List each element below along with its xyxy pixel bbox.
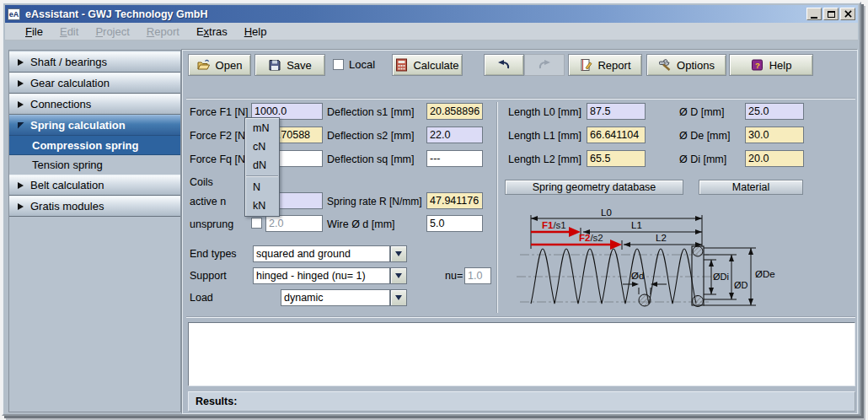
unit-dropdown-menu: mN cN dN N kN [244, 117, 280, 217]
dia-d-field[interactable] [745, 103, 804, 120]
end-types-combo[interactable]: squared and ground [253, 245, 390, 262]
local-checkbox-label: Local [349, 58, 375, 71]
menu-extras[interactable]: Extras [188, 24, 236, 40]
spring-rate-field[interactable] [426, 192, 483, 209]
collapsed-arrow-icon [18, 182, 24, 189]
report-button-label: Report [597, 59, 630, 72]
sidebar-item-label: Shaft / bearings [30, 56, 107, 68]
sidebar-item-gear-calculation[interactable]: Gear calculation [9, 73, 180, 94]
length-l0-label: Length L0 [mm] [508, 106, 581, 118]
dia-de-field[interactable] [745, 127, 804, 143]
sidebar-item-label: Connections [30, 98, 91, 110]
deflection-s2-field[interactable] [426, 127, 483, 143]
load-combo[interactable]: dynamic [281, 289, 390, 306]
load-combo-button[interactable] [390, 289, 407, 306]
expanded-arrow-icon [18, 122, 24, 129]
menu-file[interactable]: File [17, 24, 51, 40]
unsprung-label: unsprung [190, 218, 233, 230]
spring-diagram: L0 F1/s1 L1 F2/s2 L2 Ød ØDi ØD [505, 207, 815, 311]
menubar: File Edit Project Report Extras Help [5, 23, 858, 40]
app-window: eA eAssistant - GWJ Technology GmbH File… [2, 2, 861, 416]
help-book-icon: ? [751, 58, 764, 72]
dia-di-field[interactable] [745, 150, 804, 167]
sidebar-item-spring-calculation[interactable]: Spring calculation [9, 115, 180, 136]
spring-geometry-database-button[interactable]: Spring geometry database [505, 180, 683, 195]
sidebar-item-connections[interactable]: Connections [9, 94, 180, 115]
force-fq-label: Force Fq [N] [190, 153, 248, 165]
chevron-down-icon [395, 273, 402, 278]
calculator-icon [395, 58, 408, 72]
local-checkbox[interactable] [333, 59, 344, 70]
svg-text:F2/s2: F2/s2 [579, 233, 603, 243]
deflection-s2-label: Deflection s2 [mm] [327, 130, 415, 142]
titlebar[interactable]: eA eAssistant - GWJ Technology GmbH [5, 5, 858, 23]
options-button[interactable]: Options [646, 54, 726, 76]
sidebar-item-compression-spring[interactable]: Compression spring [9, 136, 180, 155]
svg-text:L1: L1 [631, 220, 642, 230]
chevron-down-icon [395, 251, 402, 256]
dia-d-label: Ø D [mm] [679, 106, 724, 118]
menu-edit: Edit [51, 24, 87, 40]
load-label: Load [190, 292, 213, 304]
unit-menu-item-mn[interactable]: mN [246, 119, 278, 137]
sidebar-item-shaft-bearings[interactable]: Shaft / bearings [9, 51, 180, 73]
deflection-s1-label: Deflection s1 [mm] [327, 106, 415, 118]
material-button[interactable]: Material [699, 180, 803, 195]
content-panel: Open Save Local Calculate [182, 50, 858, 414]
undo-icon [496, 59, 512, 71]
save-floppy-icon [268, 58, 281, 72]
wire-d-field[interactable] [426, 215, 483, 232]
sidebar-item-tension-spring[interactable]: Tension spring [9, 155, 180, 175]
sidebar-item-label: Gratis modules [30, 200, 104, 213]
menu-report: Report [138, 24, 188, 40]
unit-menu-item-kn[interactable]: kN [246, 197, 278, 215]
save-button-label: Save [287, 59, 312, 72]
svg-text:L2: L2 [656, 233, 667, 243]
svg-text:ØDe: ØDe [755, 269, 775, 279]
wire-d-label: Wire Ø d [mm] [327, 218, 395, 230]
unsprung-field[interactable] [265, 215, 323, 232]
report-document-icon [579, 58, 592, 72]
force-f2-label: Force F2 [N] [190, 130, 248, 142]
app-icon: eA [8, 8, 20, 20]
end-types-combo-button[interactable] [390, 245, 407, 262]
options-button-label: Options [677, 59, 715, 72]
report-button[interactable]: Report [568, 54, 642, 76]
length-l0-field[interactable] [587, 103, 646, 120]
sidebar-item-gratis-modules[interactable]: Gratis modules [9, 196, 180, 217]
unit-menu-item-n[interactable]: N [246, 178, 278, 197]
collapsed-arrow-icon [18, 101, 24, 108]
unsprung-checkbox[interactable] [251, 218, 262, 229]
sidebar: Shaft / bearings Gear calculation Connec… [8, 50, 181, 412]
sidebar-item-label: Tension spring [32, 159, 103, 171]
tools-icon [658, 58, 672, 72]
sidebar-item-label: Gear calculation [30, 77, 110, 89]
nu-field[interactable] [464, 267, 491, 284]
maximize-button[interactable] [823, 8, 839, 20]
help-button[interactable]: ? Help [729, 54, 813, 76]
save-button[interactable]: Save [255, 54, 325, 76]
open-button-label: Open [216, 59, 243, 72]
undo-button[interactable] [484, 54, 524, 76]
screen: eA eAssistant - GWJ Technology GmbH File… [0, 0, 868, 420]
unit-menu-item-cn[interactable]: cN [246, 137, 278, 156]
deflection-s1-field[interactable] [426, 103, 483, 120]
unit-menu-item-dn[interactable]: dN [246, 156, 278, 175]
open-folder-icon [197, 58, 211, 72]
deflection-sq-field[interactable] [426, 150, 483, 167]
calculate-button[interactable]: Calculate [392, 54, 463, 76]
length-l2-field[interactable] [587, 150, 646, 167]
support-combo[interactable]: hinged - hinged (nu= 1) [253, 267, 390, 284]
results-bar: Results: [188, 391, 855, 412]
open-button[interactable]: Open [188, 54, 251, 76]
menu-help[interactable]: Help [236, 24, 276, 40]
minimize-button[interactable] [806, 8, 822, 20]
support-combo-button[interactable] [390, 267, 407, 284]
menu-project: Project [87, 24, 137, 40]
sidebar-item-belt-calculation[interactable]: Belt calculation [9, 175, 180, 196]
length-l1-field[interactable] [587, 127, 646, 143]
calculate-button-label: Calculate [413, 59, 458, 72]
close-button[interactable] [840, 8, 855, 20]
dia-de-label: Ø De [mm] [679, 130, 730, 142]
minimize-icon [811, 17, 817, 19]
